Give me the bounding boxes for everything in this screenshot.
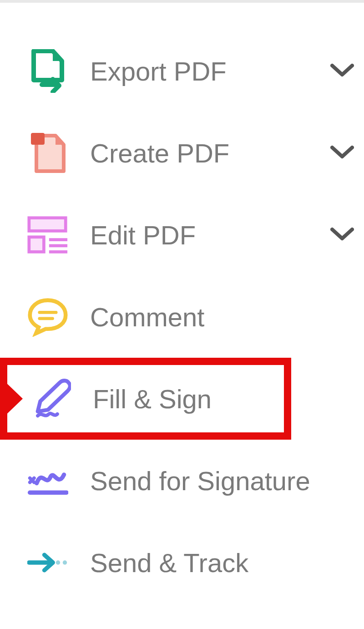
- tool-label: Export PDF: [90, 56, 227, 86]
- svg-rect-0: [31, 133, 45, 145]
- tool-label: Comment: [90, 302, 204, 332]
- comment-icon: [27, 296, 68, 337]
- svg-rect-2: [29, 237, 44, 252]
- tool-send-track[interactable]: Send & Track: [0, 522, 364, 604]
- create-pdf-icon: [27, 132, 68, 173]
- send-track-icon: [27, 542, 68, 583]
- chevron-down-icon: [330, 145, 354, 161]
- svg-point-12: [56, 560, 60, 564]
- tool-label: Fill & Sign: [93, 384, 212, 414]
- tool-fill-sign[interactable]: Fill & Sign: [0, 358, 364, 440]
- tools-panel: Export PDF Create PDF: [0, 3, 364, 604]
- tool-label: Edit PDF: [90, 220, 196, 250]
- svg-point-13: [63, 560, 67, 564]
- tool-export-pdf[interactable]: Export PDF: [0, 30, 364, 112]
- sign-icon: [30, 378, 71, 419]
- svg-rect-1: [29, 218, 66, 231]
- send-signature-icon: [27, 460, 68, 501]
- tool-label: Send for Signature: [90, 466, 310, 496]
- chevron-down-icon: [330, 63, 354, 79]
- tool-label: Create PDF: [90, 138, 229, 168]
- chevron-down-icon: [330, 227, 354, 243]
- tool-label: Send & Track: [90, 548, 248, 578]
- tool-send-signature[interactable]: Send for Signature: [0, 440, 364, 522]
- tool-edit-pdf[interactable]: Edit PDF: [0, 194, 364, 276]
- tool-create-pdf[interactable]: Create PDF: [0, 112, 364, 194]
- edit-pdf-icon: [27, 214, 68, 255]
- export-pdf-icon: [27, 51, 68, 91]
- annotation-arrow-icon: [0, 377, 23, 421]
- tool-comment[interactable]: Comment: [0, 276, 364, 358]
